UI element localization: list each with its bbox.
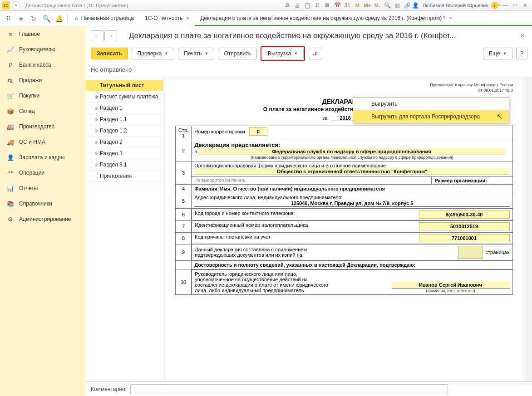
export-item-plain[interactable]: Выгрузить	[353, 98, 509, 110]
window-list-icon[interactable]: ▥	[393, 1, 401, 10]
comment-input[interactable]	[130, 384, 448, 394]
minimize-button[interactable]: —	[500, 1, 510, 10]
sidebar-item-admin[interactable]: ⚙Администрирование	[0, 211, 86, 227]
tab-declaration[interactable]: Декларация о плате за негативное воздейс…	[195, 11, 532, 26]
cart-icon: 🛒	[6, 93, 15, 99]
nav-title-page[interactable]: ⊕Титульный лист	[86, 80, 163, 91]
clipboard-icon[interactable]: 📋	[303, 1, 311, 10]
nav-apps[interactable]: ⊕Приложения	[86, 171, 163, 182]
gear-icon: ⚙	[6, 216, 15, 223]
help-button[interactable]: ?	[516, 48, 527, 59]
calendar-icon[interactable]: 📅	[333, 1, 341, 10]
correction-number-field[interactable]: 0	[249, 127, 267, 136]
maximize-button[interactable]: □	[510, 1, 520, 10]
check-button[interactable]: Проверка▼	[132, 48, 175, 59]
org-name-field[interactable]: Общество с ограниченной ответственностью…	[194, 168, 510, 175]
inn-field[interactable]: 5010012519	[419, 222, 510, 230]
row-10: Руководитель юридического лица или лицо,…	[192, 269, 512, 295]
nav-s1[interactable]: ⊕Раздел 1	[86, 103, 163, 114]
user-name[interactable]: Любимов Валерий Юрьевич	[423, 3, 488, 8]
back-button[interactable]: ←	[91, 30, 103, 41]
phone-field[interactable]: 8(495)500-30-40	[419, 210, 510, 219]
info-icon[interactable]: i	[491, 2, 498, 9]
signer-note: (фамилия, имя, отчество)	[392, 288, 510, 293]
zoom-in-icon[interactable]: 🔍	[383, 1, 391, 10]
search-icon[interactable]: 🔍	[40, 11, 53, 26]
kpp-field[interactable]: 771001001	[419, 234, 510, 242]
sidebar-item-operations[interactable]: ᴬᴷОперации	[0, 165, 86, 181]
print-button[interactable]: Печать▼	[178, 48, 214, 59]
export-highlight: Выгрузка▼	[261, 46, 305, 61]
sidebar-item-references[interactable]: 📚Справочники	[0, 196, 86, 211]
nav-label: Раздел 3.1	[100, 161, 127, 168]
tab-home[interactable]: ⌂ Начальная страница	[69, 11, 139, 26]
print-icon[interactable]: 🖶	[283, 1, 291, 10]
sidebar-item-warehouse[interactable]: 📦Склад	[0, 103, 86, 119]
export-item-rpn[interactable]: Выгрузить для портала Росприроднадзора ↖	[353, 110, 509, 123]
vertical-scrollbar[interactable]	[525, 77, 532, 381]
no-print-label: Не выводится на печать	[192, 177, 431, 184]
books-icon: 📚	[6, 200, 15, 207]
sidebar-item-purchases[interactable]: 🛒Покупки	[0, 88, 86, 103]
export-button[interactable]: Выгрузка▼	[262, 48, 304, 59]
signer-field[interactable]: Иванов Сергей Иванович	[392, 282, 510, 288]
close-icon[interactable]: ×	[449, 15, 452, 21]
forward-button[interactable]: →	[104, 30, 117, 41]
attach-button[interactable]: 🖇	[309, 48, 322, 59]
sidebar-item-main[interactable]: ≡Главное	[0, 26, 86, 42]
page-header: ← → Декларация о плате за негативное воз…	[86, 26, 532, 45]
favorites-icon[interactable]: ★	[15, 11, 27, 26]
m-minus-button[interactable]: M-	[373, 1, 381, 10]
sidebar-item-reports[interactable]: 📊Отчеты	[0, 181, 86, 196]
chart-icon: 📈	[6, 46, 15, 53]
sidebar-item-label: Склад	[19, 108, 35, 114]
address-value: 125040, Москва г, Правды ул, дом № 7/9, …	[194, 200, 510, 207]
tab-reporting[interactable]: 1С-Отчетность ×	[139, 11, 195, 26]
sidebar-item-production[interactable]: 🏭Производство	[0, 119, 86, 134]
nav-label: Раздел 1.1	[100, 116, 127, 122]
chevron-down-icon: ▼	[164, 51, 168, 56]
row-2: Декларация представляется: в Федеральная…	[192, 140, 513, 161]
bell-icon[interactable]: 🔔	[53, 11, 65, 26]
close-page-button[interactable]: ×	[518, 32, 527, 40]
sidebar-item-bank[interactable]: ₽Банк и касса	[0, 57, 86, 73]
date-icon[interactable]: 31	[343, 1, 351, 10]
close-window-button[interactable]: ✕	[520, 1, 530, 10]
bars-icon: 📊	[6, 185, 15, 192]
link-icon[interactable]: 🔗	[403, 1, 411, 10]
nav-s12[interactable]: ⊕Раздел 1.2	[86, 125, 163, 137]
more-button[interactable]: Еще▼	[483, 48, 512, 59]
sidebar-item-sales[interactable]: 🛍Продажи	[0, 73, 86, 88]
nav-s3[interactable]: ⊕Раздел 3	[86, 148, 163, 159]
sidebar-item-assets[interactable]: 🚚ОС и НМА	[0, 134, 86, 150]
close-icon[interactable]: ×	[186, 15, 189, 21]
m-plus-button[interactable]: M+	[363, 1, 371, 10]
user-icon: 👤	[412, 2, 419, 9]
history-icon[interactable]: ↻	[27, 11, 40, 26]
send-button[interactable]: Отправить	[218, 48, 257, 59]
titlebar-back-button[interactable]: ▾	[12, 1, 20, 10]
nav-s2[interactable]: ⊕Раздел 2	[86, 137, 163, 148]
authority-field[interactable]: Федеральная служба по надзору в сфере пр…	[198, 148, 505, 155]
nav-s31[interactable]: ⊕Раздел 3.1	[86, 159, 163, 171]
apps-icon[interactable]: ⠿	[2, 11, 15, 26]
row-6: Код города и номер контактного телефона:…	[192, 209, 512, 220]
sidebar-item-label: Главное	[19, 31, 40, 37]
save-button[interactable]: Записать	[91, 48, 128, 59]
m-button[interactable]: M	[353, 1, 361, 10]
nav-label: Раздел 3	[100, 150, 123, 156]
calc-icon[interactable]: 🖩	[323, 1, 331, 10]
home-icon: ⌂	[75, 15, 79, 21]
compare-icon[interactable]: ⇵	[313, 1, 321, 10]
page-title: Декларация о плате за негативное воздейс…	[129, 31, 518, 40]
pg-header: Стр.1	[176, 126, 192, 140]
printer-icon[interactable]: 🖨	[293, 1, 301, 10]
left-sidebar: ≡Главное 📈Руководителю ₽Банк и касса 🛍Пр…	[0, 26, 86, 396]
nav-calc[interactable]: ⊕Расчет суммы платежа	[86, 91, 163, 103]
sidebar-item-manager[interactable]: 📈Руководителю	[0, 42, 86, 57]
sidebar-item-hr[interactable]: 👤Зарплата и кадры	[0, 150, 86, 165]
nav-s11[interactable]: ⊕Раздел 1.1	[86, 114, 163, 125]
pages-field[interactable]	[458, 246, 483, 259]
row2-heading: Декларация представляется:	[194, 142, 510, 148]
tab-reporting-label: 1С-Отчетность	[145, 15, 182, 21]
